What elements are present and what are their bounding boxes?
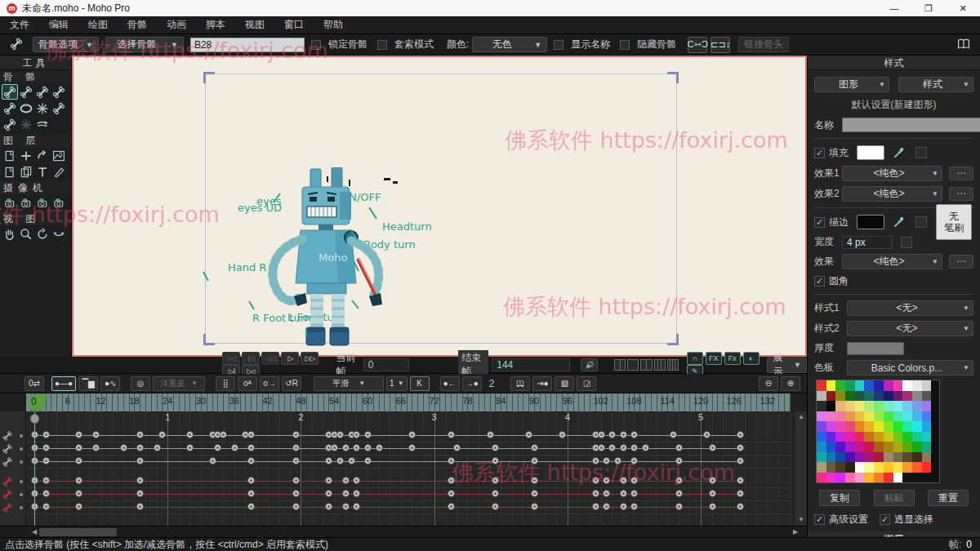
keyframe-move-icon[interactable]: o→ (260, 376, 279, 391)
palette-swatch[interactable] (845, 473, 855, 483)
keyframe-dot[interactable] (448, 490, 455, 497)
keyframe-dot[interactable] (186, 431, 194, 438)
palette-swatch[interactable] (864, 442, 874, 452)
palette-swatch[interactable] (855, 401, 865, 411)
palette-swatch[interactable] (855, 432, 865, 442)
frame-corner-handle[interactable] (667, 72, 679, 83)
palette-swatch[interactable] (835, 452, 845, 463)
keyframe-dot[interactable] (408, 444, 416, 451)
frame-corner-handle[interactable] (203, 334, 215, 345)
scroll-down-icon[interactable]: ▼ (795, 514, 807, 526)
palette-swatch[interactable] (922, 432, 932, 442)
palette-swatch[interactable] (912, 380, 922, 391)
palette-swatch[interactable] (902, 432, 912, 442)
keyframe-dot[interactable] (620, 444, 627, 451)
keyframe-dot[interactable] (292, 444, 300, 451)
keyframe-dot[interactable] (220, 431, 227, 438)
keyframe-dot[interactable] (247, 444, 255, 451)
timeline-track-row[interactable] (26, 475, 791, 488)
reset-style-button[interactable]: 重置 (928, 490, 969, 506)
palette-swatch[interactable] (835, 421, 845, 432)
robot-character[interactable]: Moho (260, 167, 399, 347)
palette-swatch[interactable] (826, 442, 836, 452)
interpolation-dropdown[interactable]: 平滑▼ (314, 376, 384, 391)
palette-swatch[interactable] (826, 380, 836, 391)
keyframe-dot[interactable] (75, 431, 82, 438)
timeline-track-row[interactable] (26, 501, 791, 514)
layer-add-tool[interactable] (18, 148, 34, 163)
keyframe-dot[interactable] (603, 457, 610, 464)
palette-swatch[interactable] (864, 432, 874, 442)
palette-swatch[interactable] (855, 380, 865, 391)
scroll-up-icon[interactable]: ▲ (795, 411, 807, 423)
palette-swatch[interactable] (893, 411, 903, 422)
palette-swatch[interactable] (902, 401, 912, 411)
stroke-effect-options-button[interactable]: ⋯ (949, 255, 973, 269)
jump-begin-button[interactable]: ○◁ (222, 352, 240, 365)
seethrough-checkbox[interactable]: ✓ (880, 514, 890, 525)
keyframe-dot[interactable] (620, 431, 627, 438)
advanced-settings-checkbox[interactable]: ✓ (814, 514, 825, 525)
eyedropper-tool[interactable] (51, 164, 67, 180)
palette-swatch[interactable] (826, 452, 836, 463)
palette-swatch[interactable] (817, 391, 826, 402)
keyframe-dot[interactable] (342, 503, 350, 510)
palette-swatch[interactable] (817, 462, 826, 473)
palette-swatch[interactable] (835, 401, 845, 411)
channel-row[interactable] (0, 501, 26, 514)
keyframe-dot[interactable] (531, 444, 538, 451)
palette-swatch[interactable] (884, 391, 893, 402)
keyframe-dot[interactable] (620, 477, 627, 484)
palette-swatch[interactable] (884, 473, 893, 483)
palette-swatch[interactable] (845, 391, 855, 402)
keyframe-dot[interactable] (675, 444, 683, 451)
bone-strength-tool[interactable] (18, 100, 34, 116)
play-button[interactable]: ▷ (281, 352, 299, 365)
palette-swatch[interactable] (826, 432, 836, 442)
keyframe-dot[interactable] (214, 444, 221, 451)
bone-select-tool[interactable] (2, 84, 18, 100)
keyframe-dot[interactable] (709, 503, 716, 510)
palette-swatch[interactable] (835, 411, 845, 422)
playhead-marker[interactable] (30, 414, 39, 424)
keyframe-dot[interactable] (292, 503, 300, 510)
palette-swatch[interactable] (912, 442, 922, 452)
hide-image-icon[interactable]: ▢̷ (577, 376, 596, 391)
keyframe-dot[interactable] (737, 431, 744, 438)
palette-swatch[interactable] (922, 380, 932, 391)
timeline-track-row[interactable] (26, 488, 791, 501)
palette-swatch[interactable] (845, 411, 855, 422)
keyframe-dot[interactable] (336, 457, 344, 464)
fast-forward-button[interactable]: ▷▷ (301, 352, 318, 365)
layer-new-tool[interactable] (2, 148, 18, 163)
palette-swatch[interactable] (922, 462, 932, 473)
keyframe-dot[interactable] (492, 477, 499, 484)
bone-transform-tool[interactable] (51, 100, 67, 116)
keyframe-dot[interactable] (531, 477, 538, 484)
keyframe-dot[interactable] (598, 444, 605, 451)
keyframe-dot[interactable] (92, 444, 100, 451)
palette-swatch[interactable] (902, 462, 912, 473)
keyframe-dot[interactable] (737, 503, 744, 510)
keyframe-dot[interactable] (453, 444, 461, 451)
keyframe-dot[interactable] (75, 444, 82, 451)
effect2-options-button[interactable]: ⋯ (949, 187, 973, 201)
palette-swatch[interactable] (864, 421, 874, 432)
prev-keyframe-button[interactable]: |◁ (242, 352, 260, 365)
palette-swatch[interactable] (922, 421, 932, 432)
palette-swatch[interactable] (893, 380, 903, 391)
insert-text-tool[interactable] (34, 164, 51, 180)
keyframe-dot[interactable] (448, 477, 455, 484)
keyframe-dot[interactable] (75, 457, 82, 464)
keyframe-dot[interactable] (325, 457, 332, 464)
keyframe-dot[interactable] (614, 457, 621, 464)
palette-swatch[interactable] (922, 401, 932, 411)
stroke-color-swatch[interactable] (857, 215, 884, 229)
bone-translate-tool[interactable] (51, 84, 67, 100)
palette-swatch[interactable] (902, 452, 912, 463)
keyframe-dot[interactable] (620, 503, 627, 510)
keyframe-dot[interactable] (448, 457, 455, 464)
keyframe-dot[interactable] (353, 477, 360, 484)
hide-bones-checkbox[interactable] (620, 40, 630, 50)
camera-pan-tilt-tool[interactable] (51, 195, 67, 211)
